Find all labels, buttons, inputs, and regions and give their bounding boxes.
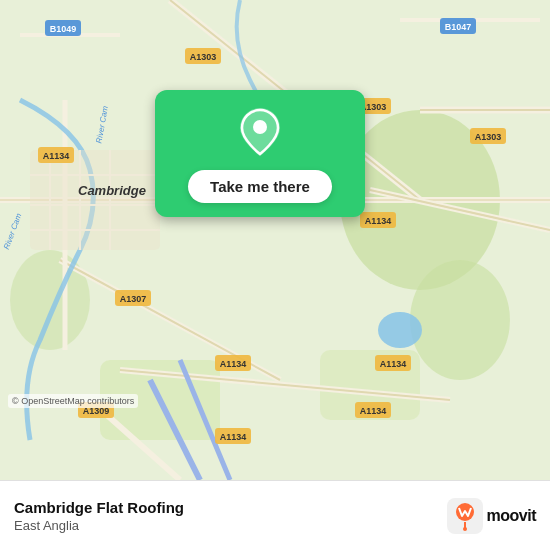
svg-point-3 [10,250,90,350]
moovit-logo: moovit [447,498,536,534]
take-me-there-button[interactable]: Take me there [188,170,332,203]
svg-text:A1134: A1134 [220,359,247,369]
map-container: B1049 B1047 A1303 A1303 A1303 A1134 Camb… [0,0,550,480]
svg-text:A1134: A1134 [360,406,387,416]
copyright-text: © OpenStreetMap contributors [8,394,138,408]
svg-point-61 [253,120,267,134]
location-region: East Anglia [14,518,184,533]
svg-text:B1047: B1047 [445,22,472,32]
location-name: Cambridge Flat Roofing [14,499,184,516]
moovit-label: moovit [487,507,536,525]
moovit-icon-svg [447,498,483,534]
location-info: Cambridge Flat Roofing East Anglia [14,499,184,533]
svg-text:B1049: B1049 [50,24,77,34]
svg-text:A1134: A1134 [380,359,407,369]
bottom-bar: Cambridge Flat Roofing East Anglia moovi… [0,480,550,550]
location-card: Take me there [155,90,365,217]
svg-text:Cambridge: Cambridge [78,183,146,198]
svg-point-64 [463,527,467,531]
svg-point-2 [410,260,510,380]
svg-text:A1134: A1134 [365,216,392,226]
svg-text:A1134: A1134 [220,432,247,442]
svg-text:A1303: A1303 [475,132,502,142]
map-svg: B1049 B1047 A1303 A1303 A1303 A1134 Camb… [0,0,550,480]
svg-text:A1303: A1303 [190,52,217,62]
pin-icon [240,108,280,160]
svg-text:A1134: A1134 [43,151,70,161]
svg-text:A1307: A1307 [120,294,147,304]
svg-point-6 [378,312,422,348]
